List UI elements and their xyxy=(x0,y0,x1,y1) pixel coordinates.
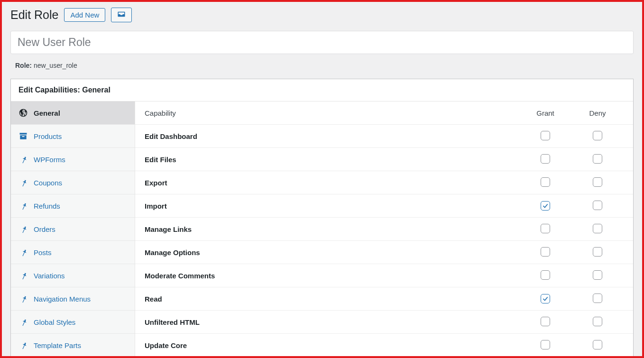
check-icon xyxy=(542,295,549,302)
capability-row: Import xyxy=(135,194,633,218)
col-deny: Deny xyxy=(571,109,624,117)
capability-row: Edit Files xyxy=(135,148,633,171)
grant-checkbox[interactable] xyxy=(541,317,550,326)
grant-checkbox[interactable] xyxy=(541,177,550,187)
pin-icon xyxy=(18,201,28,211)
capability-row: Export xyxy=(135,171,633,194)
sidebar-item-orders[interactable]: Orders xyxy=(11,218,135,241)
deny-checkbox[interactable] xyxy=(593,270,602,280)
capability-name: Edit Files xyxy=(145,156,519,164)
sidebar-item-label: Global Styles xyxy=(34,318,75,326)
sidebar-item-label: Posts xyxy=(34,248,52,257)
col-grant: Grant xyxy=(519,109,571,117)
pin-icon xyxy=(18,340,28,350)
capabilities-panel: Edit Capabilities: General GeneralProduc… xyxy=(10,79,634,358)
col-capability: Capability xyxy=(145,109,519,117)
grant-checkbox[interactable] xyxy=(541,224,550,233)
capability-name: Manage Links xyxy=(145,225,519,233)
sidebar-item-label: Template Parts xyxy=(34,341,81,349)
capability-name: Edit Dashboard xyxy=(145,132,519,140)
sidebar-item-label: Refunds xyxy=(34,202,60,210)
sidebar-item-refunds[interactable]: Refunds xyxy=(11,194,135,218)
sidebar-item-products[interactable]: Products xyxy=(11,125,135,148)
grant-checkbox[interactable] xyxy=(541,247,550,257)
capability-name: Manage Options xyxy=(145,248,519,257)
capabilities-table: Capability Grant Deny Edit DashboardEdit… xyxy=(135,101,633,357)
pin-icon xyxy=(18,317,28,327)
sidebar-item-wpforms[interactable]: WPForms xyxy=(11,148,135,171)
sidebar-item-posts[interactable]: Posts xyxy=(11,241,135,264)
role-name-input[interactable] xyxy=(10,31,634,54)
capability-name: Update Core xyxy=(145,341,519,349)
capabilities-panel-title: Edit Capabilities: General xyxy=(11,79,633,101)
sidebar-item-label: Products xyxy=(34,132,62,140)
capability-name: Import xyxy=(145,202,519,210)
grant-checkbox[interactable] xyxy=(541,294,550,303)
pin-icon xyxy=(18,224,28,234)
grant-checkbox[interactable] xyxy=(541,154,550,164)
sidebar-item-variations[interactable]: Variations xyxy=(11,264,135,287)
pin-icon xyxy=(18,271,28,280)
capabilities-body: GeneralProductsWPFormsCouponsRefundsOrde… xyxy=(11,101,633,357)
page-header: Edit Role Add New xyxy=(2,2,642,31)
inbox-icon xyxy=(116,10,127,20)
deny-checkbox[interactable] xyxy=(593,294,602,303)
deny-checkbox[interactable] xyxy=(593,177,602,187)
deny-checkbox[interactable] xyxy=(593,154,602,164)
sidebar-item-navigation_menus[interactable]: Navigation Menus xyxy=(11,287,135,311)
sidebar-item-global_styles[interactable]: Global Styles xyxy=(11,311,135,334)
sidebar-item-template_parts[interactable]: Template Parts xyxy=(11,334,135,357)
capabilities-table-header: Capability Grant Deny xyxy=(135,101,633,125)
role-slug-row: Role: new_user_role xyxy=(2,59,642,79)
inbox-button[interactable] xyxy=(111,8,132,22)
grant-checkbox[interactable] xyxy=(541,131,550,140)
wordpress-icon xyxy=(18,108,28,118)
capability-name: Moderate Comments xyxy=(145,272,519,280)
sidebar-item-label: Variations xyxy=(34,272,65,280)
capability-row: Read xyxy=(135,287,633,311)
capability-row: Moderate Comments xyxy=(135,264,633,287)
deny-checkbox[interactable] xyxy=(593,317,602,326)
capability-row: Unfiltered HTML xyxy=(135,311,633,334)
capability-row: Manage Options xyxy=(135,241,633,264)
sidebar-item-label: Navigation Menus xyxy=(34,295,91,303)
page-title: Edit Role xyxy=(10,8,58,22)
capability-row: Manage Links xyxy=(135,218,633,241)
check-icon xyxy=(542,202,549,209)
capability-name: Read xyxy=(145,295,519,303)
sidebar-item-label: Coupons xyxy=(34,179,62,187)
role-slug-value: new_user_role xyxy=(34,62,77,69)
sidebar-item-coupons[interactable]: Coupons xyxy=(11,171,135,194)
pin-icon xyxy=(18,294,28,303)
capability-row: Edit Dashboard xyxy=(135,125,633,148)
deny-checkbox[interactable] xyxy=(593,131,602,140)
capability-name: Unfiltered HTML xyxy=(145,318,519,326)
grant-checkbox[interactable] xyxy=(541,270,550,280)
deny-checkbox[interactable] xyxy=(593,247,602,257)
archive-icon xyxy=(18,131,28,141)
sidebar-item-general[interactable]: General xyxy=(11,101,135,125)
pin-icon xyxy=(18,248,28,257)
pin-icon xyxy=(18,155,28,164)
deny-checkbox[interactable] xyxy=(593,340,602,349)
edit-role-frame: Edit Role Add New Role: new_user_role Ed… xyxy=(0,0,644,358)
deny-checkbox[interactable] xyxy=(593,224,602,233)
role-slug-label: Role: xyxy=(15,62,32,69)
deny-checkbox[interactable] xyxy=(593,201,602,210)
capability-name: Export xyxy=(145,179,519,187)
grant-checkbox[interactable] xyxy=(541,340,550,349)
capability-row: Update Core xyxy=(135,334,633,357)
grant-checkbox[interactable] xyxy=(541,201,550,211)
sidebar-item-label: General xyxy=(34,109,60,117)
sidebar-item-label: Orders xyxy=(34,225,55,233)
pin-icon xyxy=(18,178,28,187)
add-new-button[interactable]: Add New xyxy=(64,8,105,22)
sidebar-item-label: WPForms xyxy=(34,156,65,164)
capability-group-sidebar: GeneralProductsWPFormsCouponsRefundsOrde… xyxy=(11,101,135,357)
